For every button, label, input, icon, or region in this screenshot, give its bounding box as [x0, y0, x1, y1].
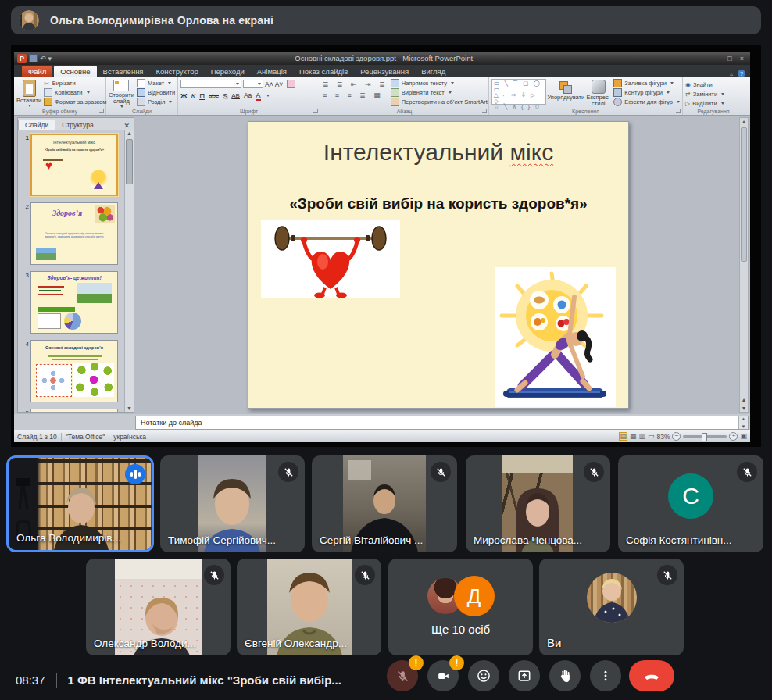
collapse-ribbon-icon[interactable]: ▵ [730, 70, 733, 77]
tab-review[interactable]: Рецензування [354, 66, 415, 77]
shapes-gallery[interactable]: ▭ ╲ ⌒ ▢ ◯ ▭ △ ⌐ ⇨ ⇩ ▷ ◇ ☆ ╲ ∧ { } ✩ [491, 79, 546, 105]
scroll-down-icon[interactable]: ▼ [125, 405, 134, 411]
heart-barbell-image[interactable] [261, 220, 400, 298]
end-call-button[interactable] [629, 660, 674, 691]
font-color-button[interactable]: A [256, 91, 260, 101]
help-icon[interactable]: ? [738, 70, 745, 77]
strikethrough-button[interactable]: abc [209, 92, 219, 99]
slide-thumbnail-4[interactable]: 4 Основні складові здоров’я [20, 340, 118, 402]
tab-view[interactable]: Вигляд [415, 66, 452, 77]
panel-scrollbar[interactable]: ▲ ▼ [124, 130, 134, 412]
shape-outline-button[interactable]: Контур фігури [613, 88, 680, 97]
undo-icon[interactable]: ↶ [40, 55, 46, 62]
slide-subtitle[interactable]: «Зроби свій вибір на користь здоров*я» [248, 195, 628, 212]
format-painter-button[interactable]: Формат за зразком [44, 98, 106, 106]
align-text-button[interactable]: Вирівняти текст [391, 88, 495, 97]
dialog-launcher-icon[interactable] [99, 109, 104, 113]
zoom-out-button[interactable]: − [672, 432, 681, 441]
dialog-launcher-icon[interactable] [313, 109, 318, 113]
scroll-up-icon[interactable]: ▲ [740, 119, 748, 124]
select-button[interactable]: ▷Виділити [685, 99, 742, 108]
view-sorter-button[interactable]: ▦ [630, 433, 637, 440]
shape-effects-button[interactable]: Ефекти для фігур [613, 98, 680, 106]
dialog-launcher-icon[interactable] [482, 109, 487, 113]
tab-file[interactable]: Файл [22, 66, 52, 77]
participant-tile-olga[interactable]: Ольга Володимирів... [6, 455, 154, 552]
next-slide-icon[interactable]: ▼ [740, 405, 748, 411]
change-case-button[interactable]: Aa [244, 91, 252, 99]
text-direction-button[interactable]: Напрямок тексту [391, 79, 495, 88]
slide-title[interactable]: Інтелектуальний мікс [248, 139, 628, 166]
minimize-button[interactable]: – [716, 55, 720, 62]
participant-tile-serhii[interactable]: Сергій Віталійович ... [312, 455, 457, 552]
panel-close-icon[interactable]: ✕ [120, 122, 134, 130]
text-shadow-button[interactable]: S [223, 91, 227, 100]
more-options-button[interactable] [590, 660, 621, 691]
panel-tab-slides[interactable]: Слайди [18, 120, 55, 130]
shrink-font-button[interactable]: A˅ [275, 80, 284, 88]
slide-scrollbar[interactable]: ▲ ▲ ▼ [739, 117, 749, 412]
bold-button[interactable]: Ж [180, 91, 188, 100]
slide-thumbnail-5[interactable]: 5 [20, 409, 118, 412]
fit-to-window-button[interactable]: ▣ [740, 433, 747, 440]
shape-fill-button[interactable]: Заливка фігури [613, 79, 680, 88]
panel-tab-outline[interactable]: Структура [55, 120, 99, 130]
notes-scrollbar[interactable]: ▲▼ [738, 416, 748, 429]
save-icon[interactable] [29, 54, 38, 62]
slide-thumbnail-2[interactable]: 2 Здоров’я Основні складові здоров’я, ві… [20, 202, 118, 265]
arrange-button[interactable]: Упорядкувати [549, 79, 583, 108]
paste-button[interactable]: Вставити [16, 79, 41, 108]
tab-transitions[interactable]: Переходи [205, 66, 251, 77]
view-slideshow-button[interactable]: ▭ [648, 433, 655, 440]
tab-home[interactable]: Основне [54, 66, 96, 77]
clear-formatting-icon[interactable] [287, 80, 295, 88]
self-tile[interactable]: Ви [539, 559, 684, 655]
zoom-slider[interactable] [683, 435, 727, 438]
tab-slideshow[interactable]: Показ слайдів [293, 66, 354, 77]
slide-thumbnail-3[interactable]: 3 Здоров’я- це життя! [20, 271, 118, 334]
close-button[interactable]: × [740, 55, 744, 62]
mic-toggle-button[interactable]: ! [387, 660, 418, 691]
font-name-select[interactable] [180, 80, 241, 88]
maximize-button[interactable]: □ [727, 55, 731, 62]
new-slide-button[interactable]: Створити слайд [109, 79, 134, 108]
zoom-slider-knob[interactable] [702, 433, 707, 441]
section-button[interactable]: Розділ [137, 98, 175, 106]
tab-design[interactable]: Конструктор [150, 66, 205, 77]
copy-button[interactable]: Копіювати [44, 88, 106, 97]
find-button[interactable]: ◉Знайти [685, 80, 742, 89]
reactions-button[interactable] [468, 660, 499, 691]
participant-tile-sofiia[interactable]: C Софія Костянтинівн... [618, 455, 763, 552]
participant-tile-tymofii[interactable]: Тимофій Сергійович... [160, 455, 305, 552]
grow-font-button[interactable]: A˄ [265, 80, 273, 88]
slide-thumbnail-1[interactable]: 1 Інтелектуальний мікс «Зроби свій вибір… [20, 134, 118, 196]
character-spacing-button[interactable]: АВ [231, 92, 240, 99]
reset-button[interactable]: Відновити [137, 88, 175, 97]
view-normal-button[interactable]: ▤ [619, 432, 627, 441]
italic-button[interactable]: К [191, 91, 196, 100]
tab-insert[interactable]: Вставлення [97, 66, 150, 77]
scrollbar-thumb[interactable] [741, 127, 747, 262]
slide-canvas[interactable]: Інтелектуальний мікс «Зроби свій вибір н… [248, 121, 629, 409]
yoga-image[interactable] [495, 267, 616, 407]
present-screen-button[interactable] [509, 660, 540, 691]
view-reading-button[interactable]: ▥ [638, 433, 645, 440]
alignment-buttons[interactable]: ≡ ≡ ≡ ≣ ▦ [323, 90, 388, 100]
overflow-tile-more-people[interactable]: Д Ще 10 осіб [388, 559, 533, 655]
notes-pane[interactable]: Нотатки до слайда ▲▼ [135, 416, 749, 430]
scroll-up-icon[interactable]: ▲ [125, 130, 134, 136]
convert-smartart-button[interactable]: Перетворити на об’єкт SmartArt [391, 98, 495, 106]
layout-button[interactable]: Макет [137, 79, 175, 88]
participant-tile-myroslava[interactable]: Мирослава Ченцова... [466, 455, 610, 552]
tab-animations[interactable]: Анімація [251, 66, 293, 77]
zoom-in-button[interactable]: + [729, 432, 738, 441]
scrollbar-thumb[interactable] [126, 139, 133, 184]
dialog-launcher-icon[interactable] [676, 109, 681, 113]
replace-button[interactable]: ⇄Замінити [685, 90, 742, 98]
participant-tile-yevhenii[interactable]: Євгеній Олександр... [237, 559, 381, 655]
list-indent-spacing-buttons[interactable]: ≣ ≣ ⇤ ⇥ ≣ [323, 79, 388, 89]
underline-button[interactable]: П [199, 91, 205, 100]
font-size-select[interactable] [243, 80, 263, 88]
quick-styles-button[interactable]: Експрес-стилі [585, 79, 611, 108]
previous-slide-icon[interactable]: ▲ [740, 397, 748, 402]
